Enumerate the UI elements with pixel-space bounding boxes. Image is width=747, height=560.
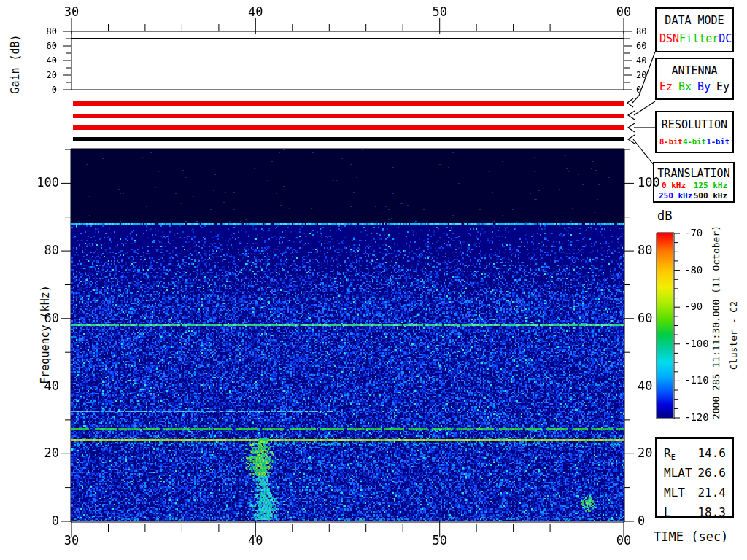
gain-axis-title: Gain (dB) xyxy=(10,34,21,93)
freq-tick-label-left: 40 xyxy=(44,380,59,392)
axis-line xyxy=(71,31,624,90)
time-tick-label-bottom: 40 xyxy=(248,534,263,547)
colorbar-unit-label: dB xyxy=(657,210,672,222)
time-tick-label-top: 30 xyxy=(64,6,79,18)
table-row: MLAT 26.6 xyxy=(664,466,726,481)
gain-tick-label-right: 20 xyxy=(636,71,646,79)
resolution-option: 1-bit xyxy=(706,137,729,146)
table-row: RE 14.6 xyxy=(664,446,726,461)
gain-tick-label-left: 60 xyxy=(47,42,57,50)
frequency-axis-title: Frequency (kHz) xyxy=(40,285,51,384)
data-mode-title: DATA MODE xyxy=(657,14,732,27)
gain-tick-label-left: 40 xyxy=(47,56,57,65)
timestamp-vertical-label: 2000 285 11:11:30.000 (11 October) xyxy=(711,225,721,419)
freq-tick-label-left: 80 xyxy=(44,244,59,257)
translation-options-row2: 250 kHz 500 kHz xyxy=(659,191,727,201)
freq-tick-label-left: 60 xyxy=(44,312,59,324)
translation-panel: TRANSLATION 0 kHz 125 kHz 250 kHz 500 kH… xyxy=(653,162,735,203)
antenna-title: ANTENNA xyxy=(657,64,732,77)
translation-option: 0 kHz xyxy=(662,181,686,190)
time-axis-title: TIME (sec) xyxy=(654,531,728,543)
translation-title: TRANSLATION xyxy=(654,167,733,180)
param-label: RE xyxy=(664,446,676,460)
axis-line xyxy=(634,101,655,115)
gain-tick-label-right: 0 xyxy=(636,85,641,94)
antenna-option: By xyxy=(697,80,711,93)
data-mode-panel: DATA MODE DSN Filter DC xyxy=(655,7,734,52)
resolution-option: 4-bit xyxy=(683,137,706,146)
antenna-option: Ez xyxy=(659,80,673,93)
data-mode-options: DSN Filter DC xyxy=(659,32,729,45)
freq-tick-label-left: 0 xyxy=(52,515,59,527)
gain-tick-label-left: 20 xyxy=(47,71,57,79)
colorbar-tick-label: -80 xyxy=(684,265,703,275)
axis-line xyxy=(628,123,635,132)
time-tick-label-bottom: 00 xyxy=(616,534,631,547)
freq-tick-label-right: 60 xyxy=(638,312,652,324)
translation-option: 500 kHz xyxy=(694,191,727,201)
colorbar-tick-label: -120 xyxy=(684,412,709,422)
status-bar-data-mode xyxy=(73,101,624,106)
status-bar-resolution xyxy=(73,125,624,130)
param-label: MLT xyxy=(664,486,685,499)
data-mode-option: DC xyxy=(719,32,732,45)
param-label: L xyxy=(664,505,671,519)
time-tick-label-top: 40 xyxy=(248,6,263,18)
time-tick-label-bottom: 30 xyxy=(64,534,79,547)
axis-line xyxy=(627,98,633,107)
data-mode-option: DSN xyxy=(659,32,679,45)
colorbar-tick-label: -70 xyxy=(684,228,703,238)
translation-option: 250 kHz xyxy=(659,191,692,201)
resolution-options: 8-bit 4-bit 1-bit xyxy=(659,137,729,146)
param-value: 14.6 xyxy=(697,446,726,460)
gain-tick-label-right: 80 xyxy=(636,27,646,36)
resolution-title: RESOLUTION xyxy=(657,118,732,131)
wbd-spectrogram-display: { "gain_plot": { "ylabel": "Gain (dB)", … xyxy=(0,0,747,560)
freq-tick-label-right: 20 xyxy=(638,447,652,459)
freq-tick-label-right: 40 xyxy=(638,380,652,392)
status-bar-antenna xyxy=(73,114,624,118)
freq-tick-label-left: 100 xyxy=(36,176,59,189)
axis-line xyxy=(628,135,635,144)
freq-tick-label-left: 20 xyxy=(44,447,59,459)
colorbar-tick-label: -110 xyxy=(684,375,709,385)
freq-tick-label-right: 0 xyxy=(638,515,645,527)
time-tick-label-top: 00 xyxy=(616,6,631,18)
orbit-parameters-table: RE 14.6 MLAT 26.6 MLT 21.4 L 18.3 xyxy=(655,438,734,518)
table-row: MLT 21.4 xyxy=(664,486,726,500)
param-value: 21.4 xyxy=(697,486,726,499)
translation-option: 125 kHz xyxy=(694,181,727,190)
time-tick-label-bottom: 50 xyxy=(432,534,446,547)
antenna-option: Bx xyxy=(678,80,692,93)
param-value: 26.6 xyxy=(697,466,726,480)
colorbar-tick-label: -100 xyxy=(684,338,709,349)
freq-tick-label-right: 80 xyxy=(638,244,652,257)
colorbar-tick-label: -90 xyxy=(684,301,703,311)
gain-tick-label-right: 60 xyxy=(636,42,646,50)
time-tick-label-top: 50 xyxy=(432,6,446,18)
freq-tick-label-right: 100 xyxy=(638,176,660,189)
axis-line xyxy=(633,139,654,165)
translation-options-row1: 0 kHz 125 kHz xyxy=(662,181,727,190)
antenna-option: Ey xyxy=(716,80,729,93)
param-label: MLAT xyxy=(664,466,692,480)
status-bar-translation xyxy=(73,137,624,141)
spacecraft-vertical-label: Cluster - C2 xyxy=(729,301,738,370)
resolution-panel: RESOLUTION 8-bit 4-bit 1-bit xyxy=(655,111,734,153)
antenna-options: Ez Bx By Ey xyxy=(659,80,729,93)
colorbar xyxy=(657,233,673,418)
table-row: L 18.3 xyxy=(664,505,726,520)
axis-line xyxy=(628,111,635,120)
spectrogram-canvas xyxy=(71,149,624,521)
param-value: 18.3 xyxy=(697,505,726,519)
antenna-panel: ANTENNA Ez Bx By Ey xyxy=(655,58,734,100)
data-mode-option: Filter xyxy=(679,32,719,45)
gain-tick-label-left: 0 xyxy=(52,85,57,94)
resolution-option: 8-bit xyxy=(659,137,683,146)
gain-tick-label-right: 40 xyxy=(636,56,646,65)
gain-tick-label-left: 80 xyxy=(47,27,57,36)
